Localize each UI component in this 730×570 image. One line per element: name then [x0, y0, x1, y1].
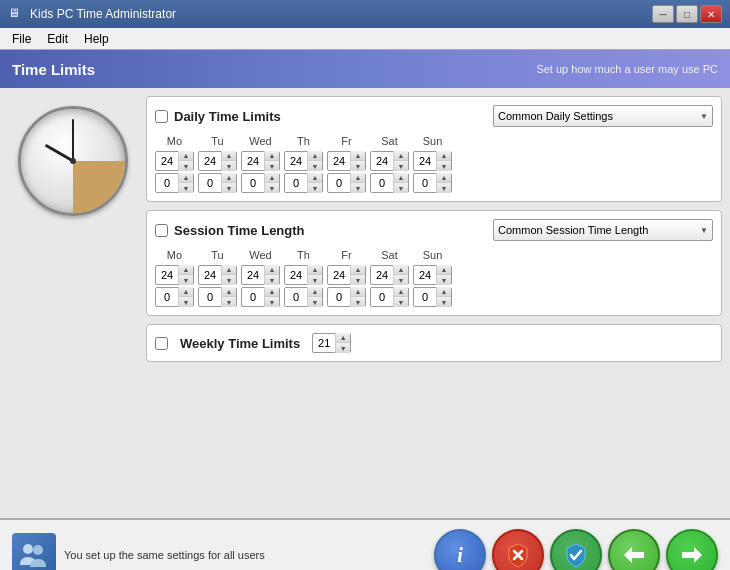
session-days-row-bottom-up-tu[interactable]: ▲: [222, 287, 236, 297]
daily-days-row-top-spinner-mo[interactable]: ▲ ▼: [155, 151, 194, 171]
daily-days-row-bottom-up-fr[interactable]: ▲: [351, 173, 365, 183]
session-days-row-top-up-wed[interactable]: ▲: [265, 265, 279, 275]
daily-days-row-top-value-sun[interactable]: [414, 155, 436, 167]
session-days-row-bottom-spinner-fr[interactable]: ▲ ▼: [327, 287, 366, 307]
daily-days-row-bottom-up-sun[interactable]: ▲: [437, 173, 451, 183]
menu-edit[interactable]: Edit: [39, 30, 76, 48]
close-button[interactable]: ✕: [700, 5, 722, 23]
daily-days-row-top-spinner-th[interactable]: ▲ ▼: [284, 151, 323, 171]
session-days-row-top-down-mo[interactable]: ▼: [179, 275, 193, 285]
session-days-row-top-spinner-sun[interactable]: ▲ ▼: [413, 265, 452, 285]
daily-days-row-top-up-wed[interactable]: ▲: [265, 151, 279, 161]
next-button[interactable]: [666, 529, 718, 570]
session-days-row-top-up-sun[interactable]: ▲: [437, 265, 451, 275]
daily-days-row-bottom-value-sat[interactable]: [371, 177, 393, 189]
daily-days-row-top-up-th[interactable]: ▲: [308, 151, 322, 161]
daily-days-row-top-up-fr[interactable]: ▲: [351, 151, 365, 161]
daily-days-row-top-down-wed[interactable]: ▼: [265, 161, 279, 171]
session-days-row-top-spinner-mo[interactable]: ▲ ▼: [155, 265, 194, 285]
maximize-button[interactable]: □: [676, 5, 698, 23]
daily-days-row-top-up-sat[interactable]: ▲: [394, 151, 408, 161]
session-days-row-bottom-down-th[interactable]: ▼: [308, 297, 322, 307]
menu-help[interactable]: Help: [76, 30, 117, 48]
session-days-row-bottom-up-sun[interactable]: ▲: [437, 287, 451, 297]
daily-days-row-bottom-up-sat[interactable]: ▲: [394, 173, 408, 183]
info-button[interactable]: i: [434, 529, 486, 570]
session-days-row-top-down-sun[interactable]: ▼: [437, 275, 451, 285]
daily-days-row-top-value-wed[interactable]: [242, 155, 264, 167]
session-days-row-top-spinner-tu[interactable]: ▲ ▼: [198, 265, 237, 285]
session-days-row-bottom-value-sun[interactable]: [414, 291, 436, 303]
session-days-row-top-spinner-wed[interactable]: ▲ ▼: [241, 265, 280, 285]
session-days-row-bottom-spinner-mo[interactable]: ▲ ▼: [155, 287, 194, 307]
ok-button[interactable]: [550, 529, 602, 570]
daily-dropdown[interactable]: Common Daily Settings ▼: [493, 105, 713, 127]
weekly-spinner-up[interactable]: ▲: [336, 333, 350, 343]
session-days-row-bottom-up-sat[interactable]: ▲: [394, 287, 408, 297]
session-days-row-bottom-value-wed[interactable]: [242, 291, 264, 303]
daily-days-row-bottom-spinner-th[interactable]: ▲ ▼: [284, 173, 323, 193]
daily-days-row-bottom-down-mo[interactable]: ▼: [179, 183, 193, 193]
session-days-row-top-value-mo[interactable]: [156, 269, 178, 281]
daily-days-row-top-down-tu[interactable]: ▼: [222, 161, 236, 171]
daily-days-row-bottom-down-th[interactable]: ▼: [308, 183, 322, 193]
daily-days-row-bottom-spinner-fr[interactable]: ▲ ▼: [327, 173, 366, 193]
daily-days-row-top-down-th[interactable]: ▼: [308, 161, 322, 171]
session-days-row-bottom-spinner-th[interactable]: ▲ ▼: [284, 287, 323, 307]
daily-days-row-bottom-spinner-tu[interactable]: ▲ ▼: [198, 173, 237, 193]
daily-days-row-top-value-sat[interactable]: [371, 155, 393, 167]
daily-days-row-bottom-value-tu[interactable]: [199, 177, 221, 189]
daily-days-row-top-spinner-tu[interactable]: ▲ ▼: [198, 151, 237, 171]
weekly-spinner-value[interactable]: [313, 337, 335, 349]
session-days-row-bottom-value-tu[interactable]: [199, 291, 221, 303]
session-days-row-top-spinner-fr[interactable]: ▲ ▼: [327, 265, 366, 285]
daily-days-row-bottom-up-mo[interactable]: ▲: [179, 173, 193, 183]
weekly-spinner[interactable]: ▲ ▼: [312, 333, 351, 353]
minimize-button[interactable]: ─: [652, 5, 674, 23]
session-days-row-bottom-down-mo[interactable]: ▼: [179, 297, 193, 307]
session-days-row-top-down-tu[interactable]: ▼: [222, 275, 236, 285]
session-days-row-bottom-up-fr[interactable]: ▲: [351, 287, 365, 297]
session-checkbox[interactable]: [155, 224, 168, 237]
daily-days-row-top-value-fr[interactable]: [328, 155, 350, 167]
daily-days-row-top-down-sat[interactable]: ▼: [394, 161, 408, 171]
daily-days-row-bottom-down-sun[interactable]: ▼: [437, 183, 451, 193]
session-days-row-bottom-value-sat[interactable]: [371, 291, 393, 303]
daily-days-row-bottom-down-sat[interactable]: ▼: [394, 183, 408, 193]
session-days-row-top-up-mo[interactable]: ▲: [179, 265, 193, 275]
session-days-row-top-up-sat[interactable]: ▲: [394, 265, 408, 275]
daily-days-row-top-value-th[interactable]: [285, 155, 307, 167]
daily-days-row-bottom-down-tu[interactable]: ▼: [222, 183, 236, 193]
session-days-row-top-down-sat[interactable]: ▼: [394, 275, 408, 285]
session-days-row-top-value-th[interactable]: [285, 269, 307, 281]
daily-days-row-top-value-tu[interactable]: [199, 155, 221, 167]
daily-days-row-top-down-sun[interactable]: ▼: [437, 161, 451, 171]
cancel-button[interactable]: [492, 529, 544, 570]
daily-days-row-top-value-mo[interactable]: [156, 155, 178, 167]
session-days-row-top-down-th[interactable]: ▼: [308, 275, 322, 285]
daily-days-row-bottom-spinner-sat[interactable]: ▲ ▼: [370, 173, 409, 193]
daily-days-row-bottom-value-fr[interactable]: [328, 177, 350, 189]
session-days-row-bottom-spinner-sat[interactable]: ▲ ▼: [370, 287, 409, 307]
session-days-row-bottom-down-sat[interactable]: ▼: [394, 297, 408, 307]
daily-days-row-top-spinner-wed[interactable]: ▲ ▼: [241, 151, 280, 171]
session-days-row-top-value-fr[interactable]: [328, 269, 350, 281]
session-days-row-bottom-spinner-wed[interactable]: ▲ ▼: [241, 287, 280, 307]
session-days-row-top-spinner-th[interactable]: ▲ ▼: [284, 265, 323, 285]
session-days-row-bottom-down-sun[interactable]: ▼: [437, 297, 451, 307]
daily-days-row-top-spinner-sat[interactable]: ▲ ▼: [370, 151, 409, 171]
daily-days-row-bottom-spinner-mo[interactable]: ▲ ▼: [155, 173, 194, 193]
session-days-row-bottom-down-tu[interactable]: ▼: [222, 297, 236, 307]
session-days-row-bottom-value-th[interactable]: [285, 291, 307, 303]
weekly-checkbox[interactable]: [155, 337, 168, 350]
daily-days-row-bottom-value-mo[interactable]: [156, 177, 178, 189]
daily-days-row-bottom-up-th[interactable]: ▲: [308, 173, 322, 183]
session-days-row-bottom-up-mo[interactable]: ▲: [179, 287, 193, 297]
daily-days-row-bottom-value-th[interactable]: [285, 177, 307, 189]
session-days-row-top-value-sat[interactable]: [371, 269, 393, 281]
session-days-row-bottom-value-mo[interactable]: [156, 291, 178, 303]
daily-days-row-top-down-fr[interactable]: ▼: [351, 161, 365, 171]
daily-days-row-top-spinner-sun[interactable]: ▲ ▼: [413, 151, 452, 171]
daily-days-row-bottom-spinner-wed[interactable]: ▲ ▼: [241, 173, 280, 193]
daily-days-row-bottom-up-tu[interactable]: ▲: [222, 173, 236, 183]
